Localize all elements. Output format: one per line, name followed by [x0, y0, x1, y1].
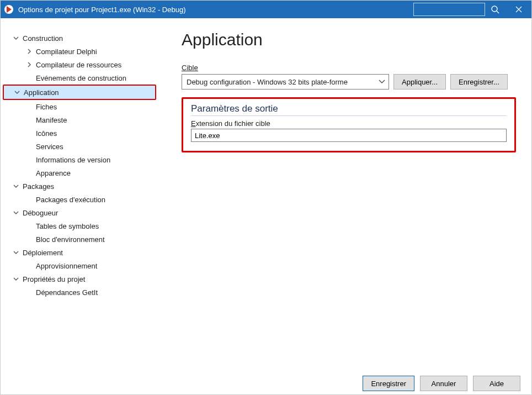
section-title: Paramètres de sortie: [191, 103, 507, 116]
tree-label: Packages: [20, 182, 54, 191]
tree-label: Déploiement: [20, 249, 63, 257]
tree-item-evenements-construction[interactable]: Evénements de construction: [1, 71, 166, 85]
tree-label: Construction: [20, 34, 63, 43]
tree-item-manifeste[interactable]: Manifeste: [1, 113, 166, 127]
dialog-footer: Enregistrer Annuler Aide: [1, 372, 531, 395]
tree-label: Compilateur de ressources: [34, 61, 121, 69]
target-ext-input[interactable]: [191, 129, 507, 142]
save-button[interactable]: Enregistrer: [363, 376, 414, 391]
tree-item-tables-symboles[interactable]: Tables de symboles: [1, 219, 166, 233]
svg-line-2: [497, 11, 499, 13]
tree-item-application[interactable]: Application: [4, 86, 155, 99]
main-panel: Application Cible Debug configuration - …: [166, 18, 531, 372]
output-settings-highlight: Paramètres de sortie Extension du fichie…: [182, 97, 516, 152]
tree-label: Débogueur: [20, 209, 58, 217]
chevron-down-icon: [12, 35, 20, 41]
chevron-down-icon: [12, 183, 20, 189]
tree-label: Manifeste: [34, 116, 67, 124]
tree-label: Icônes: [34, 129, 57, 138]
tree-label: Compilateur Delphi: [34, 48, 97, 56]
ext-label: Extension du fichier cible: [191, 119, 507, 128]
target-combo[interactable]: Debug configuration - Windows 32 bits pl…: [182, 74, 389, 89]
save-top-button[interactable]: Enregistrer...: [450, 74, 508, 89]
chevron-down-icon: [377, 77, 386, 86]
tree-item-approvisionnement[interactable]: Approvisionnement: [1, 259, 166, 272]
tree-item-compilateur-delphi[interactable]: Compilateur Delphi: [1, 45, 166, 58]
tree-item-dependances-getit[interactable]: Dépendances GetIt: [1, 286, 166, 299]
svg-point-1: [492, 6, 497, 12]
tree-item-packages-exec[interactable]: Packages d'exécution: [1, 193, 166, 206]
search-icon[interactable]: [487, 3, 503, 16]
tree-item-icones[interactable]: Icônes: [1, 127, 166, 140]
target-combo-value: Debug configuration - Windows 32 bits pl…: [187, 78, 348, 86]
tree-item-construction[interactable]: Construction: [1, 31, 166, 45]
tree-label: Informations de version: [34, 156, 110, 164]
chevron-down-icon: [13, 89, 22, 95]
chevron-down-icon: [12, 276, 20, 282]
tree-item-deploiement[interactable]: Déploiement: [1, 246, 166, 259]
close-button[interactable]: [506, 1, 531, 18]
tree-label: Services: [34, 143, 63, 151]
tree-item-infos-version[interactable]: Informations de version: [1, 153, 166, 166]
apply-button[interactable]: Appliquer...: [393, 74, 446, 89]
titlebar-search[interactable]: [413, 3, 503, 16]
chevron-right-icon: [25, 62, 34, 67]
window-title: Options de projet pour Project1.exe (Win…: [18, 6, 186, 14]
tree-label: Propriétés du projet: [20, 275, 85, 283]
app-icon: [4, 4, 14, 14]
options-tree[interactable]: Construction Compilateur Delphi Compilat…: [1, 18, 166, 372]
tree-item-compilateur-ressources[interactable]: Compilateur de ressources: [1, 58, 166, 71]
chevron-down-icon: [12, 250, 20, 255]
tree-label: Approvisionnement: [34, 262, 97, 270]
tree-item-debogueur[interactable]: Débogueur: [1, 206, 166, 219]
tree-label: Evénements de construction: [34, 74, 126, 82]
page-title: Application: [182, 30, 516, 49]
search-input[interactable]: [413, 3, 485, 16]
tree-item-bloc-env[interactable]: Bloc d'environnement: [1, 233, 166, 246]
tree-label: Dépendances GetIt: [34, 288, 98, 297]
tree-item-apparence[interactable]: Apparence: [1, 166, 166, 180]
tree-item-fiches[interactable]: Fiches: [1, 100, 166, 113]
tree-label: Tables de symboles: [34, 222, 99, 230]
chevron-down-icon: [12, 210, 20, 215]
tree-label: Bloc d'environnement: [34, 235, 105, 244]
titlebar: Options de projet pour Project1.exe (Win…: [1, 1, 531, 18]
tree-item-services[interactable]: Services: [1, 140, 166, 153]
tree-label: Application: [22, 88, 59, 97]
tree-label: Packages d'exécution: [34, 196, 105, 204]
chevron-right-icon: [25, 49, 34, 54]
tree-item-packages[interactable]: Packages: [1, 180, 166, 193]
cancel-button[interactable]: Annuler: [420, 376, 467, 391]
tree-label: Apparence: [34, 169, 71, 177]
help-button[interactable]: Aide: [473, 376, 520, 391]
tree-item-proprietes-projet[interactable]: Propriétés du projet: [1, 272, 166, 286]
target-label: Cible: [182, 64, 198, 72]
tree-label: Fiches: [34, 103, 57, 111]
